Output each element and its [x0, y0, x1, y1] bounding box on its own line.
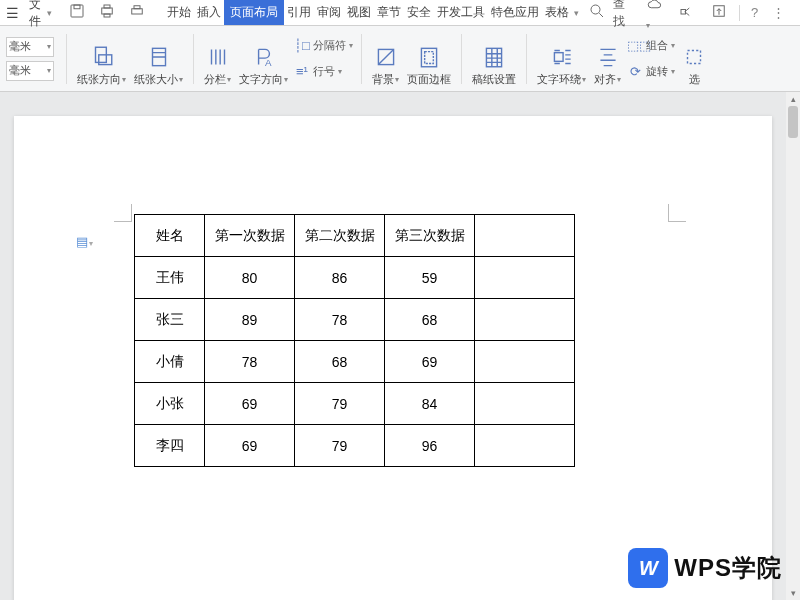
columns-button[interactable]: 分栏▾: [200, 31, 235, 87]
label: 背景: [372, 72, 394, 87]
table-row[interactable]: 小倩786869: [135, 341, 575, 383]
page-border-icon: [416, 42, 442, 72]
select-button[interactable]: 选: [677, 31, 707, 87]
document-page[interactable]: ▤▾ 姓名第一次数据第二次数据第三次数据 王伟808659张三897868小倩7…: [14, 116, 772, 600]
table-cell[interactable]: 68: [295, 341, 385, 383]
table-cell[interactable]: 89: [205, 299, 295, 341]
file-dropdown-icon[interactable]: ▾: [45, 8, 54, 18]
scrollbar-thumb[interactable]: [788, 106, 798, 138]
group-button[interactable]: ⬚⬚组合▾: [627, 35, 675, 57]
table-cell[interactable]: 78: [205, 341, 295, 383]
help-icon[interactable]: ?: [744, 5, 765, 20]
page-orientation-button[interactable]: 纸张方向▾: [73, 31, 130, 87]
text-wrap-button[interactable]: 文字环绕▾: [533, 31, 590, 87]
tab-1[interactable]: 插入: [194, 0, 224, 25]
page-border-button[interactable]: 页面边框: [403, 31, 455, 87]
line-number-button[interactable]: ≡¹行号▾: [294, 61, 353, 83]
table-header-cell[interactable]: 第二次数据: [295, 215, 385, 257]
text-direction-button[interactable]: A 文字方向▾: [235, 31, 292, 87]
collapse-icon[interactable]: ︿: [793, 4, 800, 22]
table-cell[interactable]: [475, 383, 575, 425]
label: 旋转: [646, 64, 668, 79]
table-cell[interactable]: 69: [205, 425, 295, 467]
tab-9[interactable]: 特色应用: [488, 0, 542, 25]
dropdown-icon: ▾: [47, 42, 51, 51]
table-cell[interactable]: 86: [295, 257, 385, 299]
table-cell[interactable]: 李四: [135, 425, 205, 467]
file-menu[interactable]: 文件: [25, 0, 45, 30]
table-row[interactable]: 王伟808659: [135, 257, 575, 299]
table-cell[interactable]: 张三: [135, 299, 205, 341]
print-icon[interactable]: [122, 2, 152, 23]
background-button[interactable]: 背景▾: [368, 31, 403, 87]
table-cell[interactable]: 小倩: [135, 341, 205, 383]
unit-bottom[interactable]: 毫米▾: [6, 61, 54, 81]
rotate-button[interactable]: ⟳旋转▾: [627, 61, 675, 83]
table-cell[interactable]: [475, 299, 575, 341]
tab-6[interactable]: 章节: [374, 0, 404, 25]
table-cell[interactable]: 80: [205, 257, 295, 299]
table-row[interactable]: 李四697996: [135, 425, 575, 467]
dropdown-icon: ▾: [338, 67, 342, 76]
export-icon[interactable]: [703, 2, 735, 23]
tab-7[interactable]: 安全: [404, 0, 434, 25]
table-cell[interactable]: 69: [205, 383, 295, 425]
table-header-cell[interactable]: 第一次数据: [205, 215, 295, 257]
table-cell[interactable]: [475, 257, 575, 299]
search-icon[interactable]: [581, 2, 613, 23]
table-cell[interactable]: [475, 341, 575, 383]
table-cell[interactable]: 68: [385, 299, 475, 341]
align-button[interactable]: 对齐▾: [590, 31, 625, 87]
tab-4[interactable]: 审阅: [314, 0, 344, 25]
table-cell[interactable]: 78: [295, 299, 385, 341]
cloud-icon[interactable]: ▾: [639, 0, 671, 31]
ribbon: 毫米▾ 毫米▾ 纸张方向▾ 纸张大小▾ 分栏▾ A 文字方向▾ ┊□分隔符▾ ≡…: [0, 26, 800, 92]
table-row[interactable]: 小张697984: [135, 383, 575, 425]
vertical-scrollbar[interactable]: ▴ ▾: [786, 92, 800, 600]
tab-2[interactable]: 页面布局: [224, 0, 284, 25]
table-row[interactable]: 张三897868: [135, 299, 575, 341]
search-label[interactable]: 查找: [613, 0, 625, 30]
menu-icon[interactable]: ☰: [0, 5, 25, 21]
save-icon[interactable]: [62, 2, 92, 23]
paper-setting-button[interactable]: 稿纸设置: [468, 31, 520, 87]
print-preview-icon[interactable]: [92, 2, 122, 23]
line-number-icon: ≡¹: [294, 64, 310, 79]
more-tabs-icon[interactable]: ▾: [572, 8, 581, 18]
dropdown-icon: ▾: [179, 75, 183, 84]
rotate-icon: ⟳: [627, 64, 643, 79]
table-cell[interactable]: [475, 425, 575, 467]
tab-5[interactable]: 视图: [344, 0, 374, 25]
tab-bar: 开始插入页面布局引用审阅视图章节安全开发工具特色应用表格: [164, 0, 572, 25]
table-header-cell[interactable]: 第三次数据: [385, 215, 475, 257]
page-size-button[interactable]: 纸张大小▾: [130, 31, 187, 87]
text-direction-icon: A: [251, 42, 277, 72]
tab-8[interactable]: 开发工具: [434, 0, 488, 25]
unit-top[interactable]: 毫米▾: [6, 37, 54, 57]
table-header-cell[interactable]: 姓名: [135, 215, 205, 257]
tab-3[interactable]: 引用: [284, 0, 314, 25]
tab-10[interactable]: 表格: [542, 0, 572, 25]
separator-button[interactable]: ┊□分隔符▾: [294, 35, 353, 57]
table-cell[interactable]: 王伟: [135, 257, 205, 299]
share-icon[interactable]: [671, 2, 703, 23]
table-cell[interactable]: 69: [385, 341, 475, 383]
separator-linenum-stack: ┊□分隔符▾ ≡¹行号▾: [292, 35, 355, 83]
tab-0[interactable]: 开始: [164, 0, 194, 25]
table-cell[interactable]: 84: [385, 383, 475, 425]
dropdown-icon: ▾: [284, 75, 288, 84]
table-body: 王伟808659张三897868小倩786869小张697984李四697996: [135, 257, 575, 467]
scroll-down-icon[interactable]: ▾: [786, 588, 800, 598]
menubar-right: 查找 ▾ ? ⋮ ︿: [581, 0, 800, 31]
table-cell[interactable]: 79: [295, 383, 385, 425]
more-icon[interactable]: ⋮: [765, 5, 793, 20]
table-cell[interactable]: 79: [295, 425, 385, 467]
paragraph-handle-icon[interactable]: ▤▾: [76, 234, 93, 249]
scroll-up-icon[interactable]: ▴: [786, 94, 800, 104]
table-header-cell[interactable]: [475, 215, 575, 257]
label: 组合: [646, 38, 668, 53]
table-cell[interactable]: 小张: [135, 383, 205, 425]
table-cell[interactable]: 96: [385, 425, 475, 467]
data-table[interactable]: 姓名第一次数据第二次数据第三次数据 王伟808659张三897868小倩7868…: [134, 214, 575, 467]
table-cell[interactable]: 59: [385, 257, 475, 299]
